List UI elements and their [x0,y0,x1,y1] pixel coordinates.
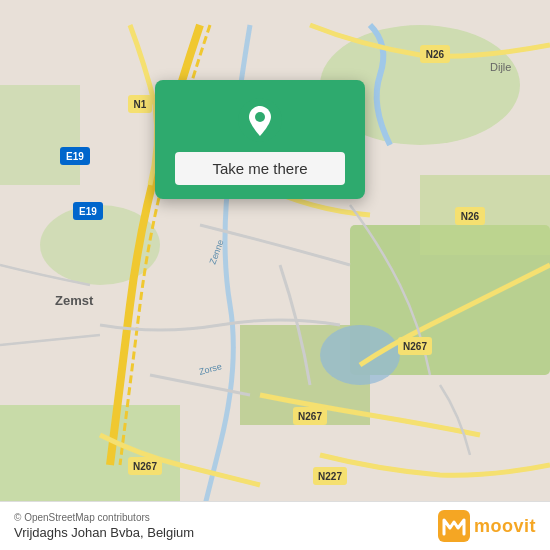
svg-text:N267: N267 [298,411,322,422]
svg-text:N26: N26 [461,211,480,222]
location-name: Vrijdaghs Johan Bvba, Belgium [14,525,194,540]
moovit-brand-text: moovit [474,516,536,537]
attribution-text: © OpenStreetMap contributors [14,512,194,523]
svg-text:N26: N26 [426,49,445,60]
popup-card: Take me there [155,80,365,199]
svg-text:E19: E19 [79,206,97,217]
location-pin-icon [238,98,282,142]
bottom-left-info: © OpenStreetMap contributors Vrijdaghs J… [14,512,194,540]
moovit-logo: moovit [438,510,536,542]
take-me-there-button[interactable]: Take me there [175,152,345,185]
svg-text:Dijle: Dijle [490,61,511,73]
svg-text:E19: E19 [66,151,84,162]
svg-rect-6 [0,85,80,185]
svg-point-8 [320,325,400,385]
svg-text:N1: N1 [134,99,147,110]
svg-text:Zemst: Zemst [55,293,94,308]
bottom-bar: © OpenStreetMap contributors Vrijdaghs J… [0,501,550,550]
svg-text:N267: N267 [403,341,427,352]
svg-text:N227: N227 [318,471,342,482]
map-container: N26 N1 E19 E19 N227 N26 N267 N267 N227 N… [0,0,550,550]
moovit-icon [438,510,470,542]
svg-point-34 [255,112,265,122]
svg-text:N267: N267 [133,461,157,472]
